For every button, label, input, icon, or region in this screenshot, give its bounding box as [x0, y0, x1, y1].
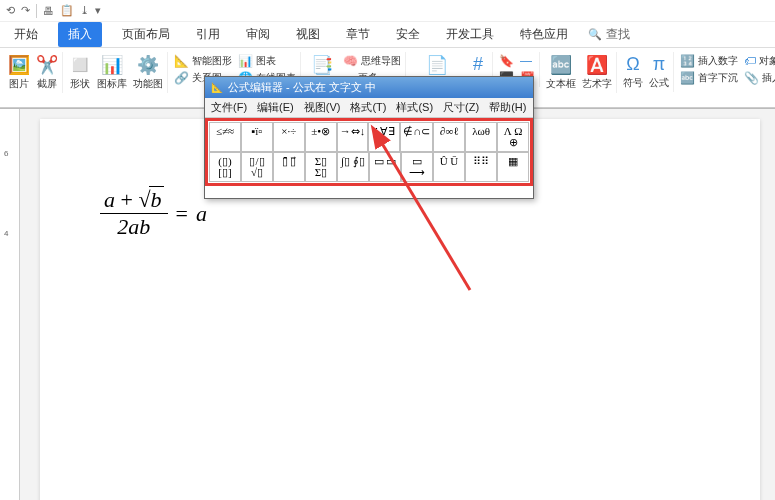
- equation-display[interactable]: a + b 2ab = a: [100, 187, 207, 240]
- qat-print-icon[interactable]: 🖶: [43, 5, 54, 17]
- ruler-mark: 6: [4, 149, 8, 158]
- sqrt: b: [138, 187, 163, 213]
- eq-palette-arrows[interactable]: →⇔↓: [337, 122, 369, 152]
- icon-library-button[interactable]: 📊图标库: [97, 54, 127, 91]
- rhs: a: [196, 201, 207, 227]
- eq-menu-format[interactable]: 格式(T): [350, 100, 386, 115]
- qat-more-icon[interactable]: ▾: [95, 4, 101, 17]
- equation-toolbar-row2: (▯) [▯] ▯/▯ √▯ ▯̄ ▯⃗ Σ▯ Σ▯ ∫▯ ∮▯ ▭ ▭ ▭ ⟶…: [209, 152, 529, 182]
- equation-editor-window[interactable]: 公式编辑器 - 公式在 文字文 中 文件(F) 编辑(E) 视图(V) 格式(T…: [204, 76, 534, 199]
- eq-template-sum[interactable]: Σ▯ Σ▯: [305, 152, 337, 182]
- chart-button[interactable]: 📊图表: [238, 54, 296, 68]
- header-icon: 📄: [426, 54, 448, 76]
- eq-template-matrix[interactable]: ⠿⠿: [465, 152, 497, 182]
- eq-palette-calc[interactable]: ∂∞ℓ: [433, 122, 465, 152]
- ribbon-group-images: 🖼️图片 ✂️截屏: [4, 52, 63, 93]
- screenshot-button[interactable]: ✂️截屏: [36, 54, 58, 91]
- eq-palette-logic[interactable]: ∴∀∃: [368, 122, 400, 152]
- chart-icon: 📊: [101, 54, 123, 76]
- eq-template-underover[interactable]: ▭ ▭: [369, 152, 401, 182]
- eq-template-integral[interactable]: ∫▯ ∮▯: [337, 152, 369, 182]
- eq-palette-set[interactable]: ∉∩⊂: [400, 122, 433, 152]
- function-diagram-button[interactable]: ⚙️功能图: [133, 54, 163, 91]
- tab-insert[interactable]: 插入: [58, 22, 102, 47]
- bookmark-icon: 🔖: [499, 54, 514, 68]
- qat-undo-icon[interactable]: ⟲: [6, 4, 15, 17]
- tab-special[interactable]: 特色应用: [514, 22, 574, 47]
- eq-palette-relations[interactable]: ≤≠≈: [209, 122, 241, 152]
- numerator-a: a: [104, 187, 115, 212]
- scissors-icon: ✂️: [36, 54, 58, 76]
- mindmap-button[interactable]: 🧠思维导图: [343, 54, 401, 68]
- main-tabs: 开始 插入 页面布局 引用 审阅 视图 章节 安全 开发工具 特色应用 查找: [0, 22, 775, 48]
- symbol-button[interactable]: Ω符号: [623, 54, 643, 90]
- eq-palette-plusminus[interactable]: ±•⊗: [305, 122, 337, 152]
- smart-shape-button[interactable]: 📐智能图形: [174, 54, 232, 68]
- wordart-button[interactable]: 🅰️艺术字: [582, 54, 612, 91]
- eq-menu-help[interactable]: 帮助(H): [489, 100, 526, 115]
- smartart-icon: 📐: [174, 54, 189, 68]
- attachment-button[interactable]: 📎插入附件: [744, 71, 775, 85]
- search-input[interactable]: 查找: [588, 26, 630, 43]
- eq-template-boxes[interactable]: ▦: [497, 152, 529, 182]
- equation-button[interactable]: π公式: [649, 54, 669, 90]
- tab-page-layout[interactable]: 页面布局: [116, 22, 176, 47]
- shapes-button[interactable]: ◻️形状: [69, 54, 91, 91]
- bar-chart-icon: 📊: [238, 54, 253, 68]
- shapes-icon: ◻️: [69, 54, 91, 76]
- plus-sign: +: [121, 187, 133, 212]
- equation-edit-area[interactable]: [205, 186, 533, 198]
- qat-paste-icon[interactable]: 📋: [60, 4, 74, 17]
- eq-palette-greek-lc[interactable]: λωθ: [465, 122, 497, 152]
- insert-picture-button[interactable]: 🖼️图片: [8, 54, 30, 91]
- eq-palette-greek-uc[interactable]: Λ Ω ⊕: [497, 122, 529, 152]
- object-icon: 🏷: [744, 54, 756, 68]
- eq-template-overbar[interactable]: ▯̄ ▯⃗: [273, 152, 305, 182]
- tab-chapter[interactable]: 章节: [340, 22, 376, 47]
- textbox-button[interactable]: 🔤文本框: [546, 54, 576, 91]
- vertical-ruler: 6 4: [0, 109, 20, 500]
- pi-icon: π: [653, 54, 665, 75]
- wordart-icon: 🅰️: [586, 54, 608, 76]
- gear-icon: ⚙️: [137, 54, 159, 76]
- eq-menu-view[interactable]: 视图(V): [304, 100, 341, 115]
- qat-redo-icon[interactable]: ↷: [21, 4, 30, 17]
- eq-template-accents[interactable]: Û Ū: [433, 152, 465, 182]
- tab-view[interactable]: 视图: [290, 22, 326, 47]
- equation-editor-titlebar[interactable]: 公式编辑器 - 公式在 文字文 中: [205, 77, 533, 98]
- quick-access-toolbar: ⟲ ↷ 🖶 📋 ⤓ ▾: [0, 0, 775, 22]
- dropcap-icon: 🔤: [680, 71, 695, 85]
- eq-menu-size[interactable]: 尺寸(Z): [443, 100, 479, 115]
- qat-save-icon[interactable]: ⤓: [80, 4, 89, 17]
- mindmap-icon: 🧠: [343, 54, 358, 68]
- eq-template-fences[interactable]: (▯) [▯]: [209, 152, 241, 182]
- textbox-icon: 🔤: [550, 54, 572, 76]
- number-icon: 🔢: [680, 54, 695, 68]
- eq-menu-edit[interactable]: 编辑(E): [257, 100, 294, 115]
- line-button[interactable]: —: [520, 54, 535, 68]
- tab-review[interactable]: 审阅: [240, 22, 276, 47]
- tab-devtools[interactable]: 开发工具: [440, 22, 500, 47]
- eq-palette-operators[interactable]: ×∙÷: [273, 122, 305, 152]
- eq-menu-file[interactable]: 文件(F): [211, 100, 247, 115]
- qat-separator: [36, 4, 37, 18]
- drop-cap-button[interactable]: 🔤首字下沉: [680, 71, 738, 85]
- object-button[interactable]: 🏷对象: [744, 54, 775, 68]
- line-icon: —: [520, 54, 532, 68]
- eq-template-fraction[interactable]: ▯/▯ √▯: [241, 152, 273, 182]
- insert-number-button[interactable]: 🔢插入数字: [680, 54, 738, 68]
- equation-toolbar-highlight: ≤≠≈ ▪ï▫ ×∙÷ ±•⊗ →⇔↓ ∴∀∃ ∉∩⊂ ∂∞ℓ λωθ Λ Ω …: [205, 118, 533, 186]
- equals-sign: =: [176, 201, 188, 227]
- picture-icon: 🖼️: [8, 54, 30, 76]
- ribbon-group-symbols: Ω符号 π公式: [619, 52, 674, 92]
- numerator: a + b: [100, 187, 168, 213]
- eq-menu-style[interactable]: 样式(S): [396, 100, 433, 115]
- denominator: 2ab: [113, 214, 154, 240]
- eq-palette-spaces[interactable]: ▪ï▫: [241, 122, 273, 152]
- eq-template-arrows[interactable]: ▭ ⟶: [401, 152, 433, 182]
- tab-start[interactable]: 开始: [8, 22, 44, 47]
- tab-security[interactable]: 安全: [390, 22, 426, 47]
- bookmark-button[interactable]: 🔖: [499, 54, 514, 68]
- flowchart-icon: 📑: [311, 54, 333, 76]
- tab-references[interactable]: 引用: [190, 22, 226, 47]
